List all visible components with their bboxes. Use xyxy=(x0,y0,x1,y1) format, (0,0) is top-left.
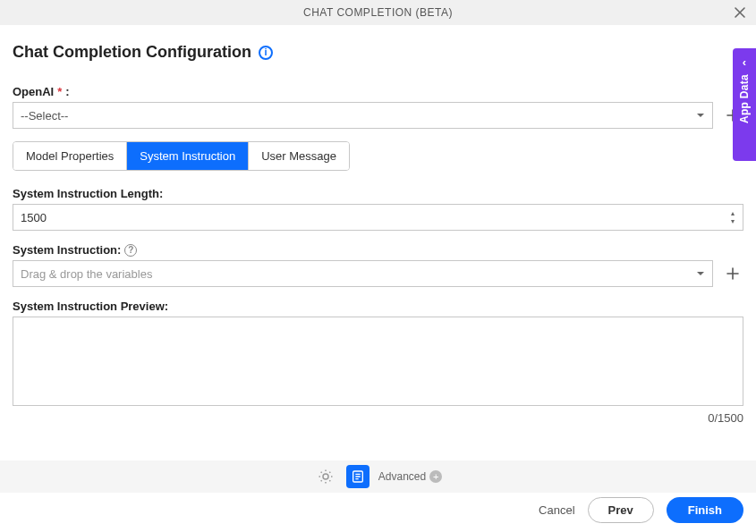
page-title: Chat Completion Configuration xyxy=(13,43,251,62)
footer-toolbar: Advanced + xyxy=(0,460,756,493)
plus-circle-icon: + xyxy=(429,470,442,483)
action-buttons: Cancel Prev Finish xyxy=(539,497,743,523)
system-instruction-preview[interactable] xyxy=(13,317,743,406)
settings-button[interactable] xyxy=(314,465,337,488)
system-instruction-placeholder: Drag & drop the variables xyxy=(21,267,152,281)
advanced-toggle[interactable]: Advanced + xyxy=(378,470,442,483)
tab-user-message[interactable]: User Message xyxy=(249,142,349,170)
info-icon[interactable]: i xyxy=(259,46,273,60)
openai-select[interactable]: --Select-- xyxy=(13,102,713,129)
system-instruction-input[interactable]: Drag & drop the variables xyxy=(13,260,713,287)
chevron-left-icon: ‹ xyxy=(743,55,746,69)
char-counter: 0/1500 xyxy=(13,411,743,425)
close-icon xyxy=(734,6,746,19)
form-view-button[interactable] xyxy=(346,465,370,488)
help-icon[interactable]: ? xyxy=(124,244,137,257)
preview-label: System Instruction Preview: xyxy=(13,300,743,313)
instruction-label: System Instruction: ? xyxy=(13,243,743,257)
gear-icon xyxy=(318,469,334,485)
close-button[interactable] xyxy=(731,4,749,21)
system-instruction-length-input[interactable]: 1500 ▴ ▾ xyxy=(13,204,743,231)
chevron-down-icon xyxy=(692,103,709,128)
plus-icon xyxy=(726,266,740,281)
openai-label: OpenAI*: xyxy=(13,85,743,98)
dialog-title: CHAT COMPLETION (BETA) xyxy=(303,6,453,19)
dialog-header: CHAT COMPLETION (BETA) xyxy=(0,0,756,25)
add-instruction-button[interactable] xyxy=(722,263,743,284)
prev-button[interactable]: Prev xyxy=(588,497,654,523)
app-data-panel-toggle[interactable]: ‹ App Data xyxy=(733,48,756,161)
tab-bar: Model Properties System Instruction User… xyxy=(13,141,350,171)
chevron-down-icon xyxy=(692,261,709,286)
tab-model-properties[interactable]: Model Properties xyxy=(13,142,127,170)
number-stepper[interactable]: ▴ ▾ xyxy=(726,205,739,230)
openai-select-value: --Select-- xyxy=(21,109,68,122)
cancel-button[interactable]: Cancel xyxy=(539,503,574,517)
document-icon xyxy=(351,469,365,484)
length-label: System Instruction Length: xyxy=(13,187,743,200)
step-up-icon: ▴ xyxy=(726,209,739,217)
finish-button[interactable]: Finish xyxy=(667,497,743,523)
tab-system-instruction[interactable]: System Instruction xyxy=(127,142,249,170)
step-down-icon: ▾ xyxy=(726,217,739,225)
